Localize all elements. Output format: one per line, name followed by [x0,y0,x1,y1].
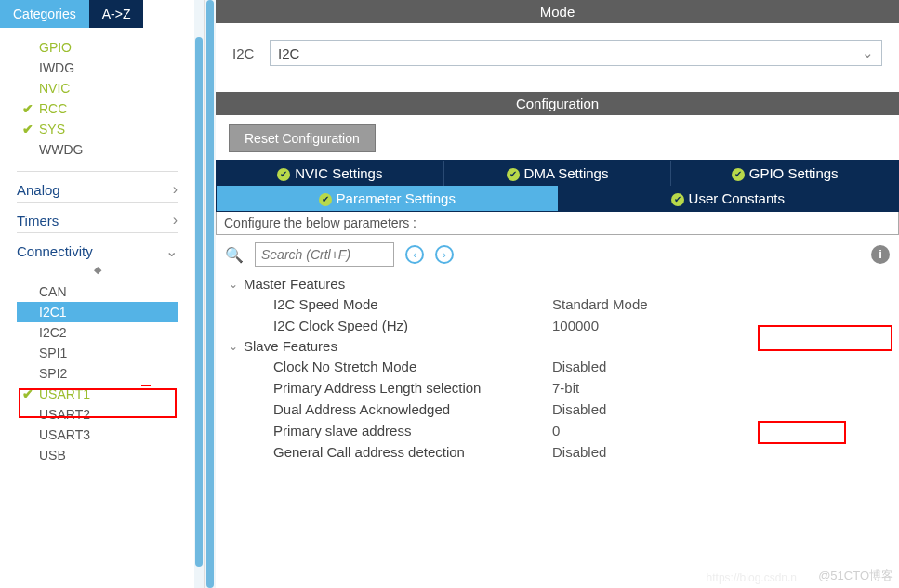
param-row[interactable]: Dual Address AcknowledgedDisabled [229,399,886,420]
sort-icon[interactable]: ◆ [0,262,194,278]
tab-dma-settings[interactable]: ✔DMA Settings [444,161,672,186]
main-scrollbar[interactable] [205,0,216,588]
tab-a-to-z[interactable]: A->Z [89,0,144,28]
sidebar-item-usart3[interactable]: USART3 [17,425,178,445]
mode-select-value: I2C [278,46,299,61]
sidebar-item-spi2[interactable]: SPI2 [17,363,178,384]
annotation-mark [141,385,151,386]
caret-down-icon: ⌄ [229,340,238,353]
sidebar-item-usb[interactable]: USB [17,445,178,465]
param-name: General Call address detection [273,444,552,460]
group-timers[interactable]: Timers › [0,203,194,230]
main-panel: Mode I2C I2C ⌄ Configuration Reset Confi… [205,0,899,588]
check-icon: ✔ [732,168,745,181]
sidebar-item-usart1[interactable]: ✔USART1 [17,384,178,404]
check-icon: ✔ [22,101,33,116]
param-row[interactable]: I2C Speed ModeStandard Mode [229,294,886,315]
param-name: Primary Address Length selection [273,380,552,396]
mode-select[interactable]: I2C ⌄ [270,40,882,66]
watermark: https://blog.csdn.n [707,571,797,584]
chevron-down-icon: ⌄ [862,45,874,61]
group-connectivity[interactable]: Connectivity ⌄ [0,233,194,262]
group-master-features[interactable]: ⌄Master Features [229,274,886,294]
sidebar-item-usart2[interactable]: USART2 [17,404,178,425]
connectivity-list: CANI2C1I2C2SPI1SPI2✔USART1USART2USART3US… [17,281,178,465]
group-label: Timers [17,213,59,229]
configuration-header: Configuration [216,92,899,115]
tab-parameter-settings[interactable]: ✔Parameter Settings [217,186,558,211]
configure-hint: Configure the below parameters : [216,212,899,235]
param-row[interactable]: Clock No Stretch ModeDisabled [229,356,886,377]
param-name: I2C Speed Mode [273,296,552,312]
param-toolbar: 🔍 ‹ › i [216,235,899,274]
group-label: Connectivity [17,243,93,259]
sidebar-item-i2c2[interactable]: I2C2 [17,322,178,343]
sidebar-item-i2c1[interactable]: I2C1 [17,302,178,322]
sidebar-item-wwdg[interactable]: WWDG [0,139,194,160]
search-input[interactable] [255,242,394,267]
chevron-right-icon: › [173,212,178,229]
search-icon: 🔍 [225,246,244,264]
check-icon: ✔ [277,168,290,181]
sidebar-item-spi1[interactable]: SPI1 [17,343,178,363]
group-slave-features[interactable]: ⌄Slave Features [229,336,886,356]
system-core-list: GPIOIWDGNVIC✔RCC✔SYSWWDG [0,28,194,160]
param-row[interactable]: General Call address detectionDisabled [229,441,886,463]
sidebar-item-gpio[interactable]: GPIO [0,37,194,58]
sidebar-item-sys[interactable]: ✔SYS [0,119,194,139]
param-name: Clock No Stretch Mode [273,359,552,374]
watermark: @51CTO博客 [818,568,893,584]
sidebar-item-rcc[interactable]: ✔RCC [0,98,194,119]
tab-categories[interactable]: Categories [0,0,89,28]
sidebar-item-can[interactable]: CAN [17,281,178,302]
group-analog[interactable]: Analog › [0,172,194,200]
param-value: 0 [552,423,560,438]
param-name: Dual Address Acknowledged [273,401,552,417]
param-value: 7-bit [552,380,579,396]
check-icon: ✔ [671,193,684,206]
caret-down-icon: ⌄ [229,278,238,291]
param-row[interactable]: Primary slave address0 [229,420,886,441]
param-name: Primary slave address [273,423,552,438]
config-tabs: ✔NVIC Settings ✔DMA Settings ✔GPIO Setti… [216,160,899,212]
info-icon[interactable]: i [871,245,890,264]
chevron-right-icon: › [173,181,178,198]
sidebar-item-iwdg[interactable]: IWDG [0,58,194,78]
param-value: Standard Mode [552,296,648,312]
parameter-list: ⌄Master Features I2C Speed ModeStandard … [216,274,899,472]
param-value: 100000 [552,318,599,333]
reset-configuration-button[interactable]: Reset Configuration [229,124,376,152]
param-row[interactable]: Primary Address Length selection7-bit [229,377,886,399]
group-label: Analog [17,182,60,198]
check-icon: ✔ [319,193,332,206]
sidebar-item-nvic[interactable]: NVIC [0,78,194,98]
mode-field-label: I2C [232,46,270,61]
tab-gpio-settings[interactable]: ✔GPIO Settings [671,161,898,186]
param-value: Disabled [552,401,606,417]
check-icon: ✔ [22,122,33,137]
next-button[interactable]: › [435,245,454,264]
param-value: Disabled [552,359,606,374]
prev-button[interactable]: ‹ [405,245,424,264]
sidebar: Categories A->Z GPIOIWDGNVIC✔RCC✔SYSWWDG… [0,0,205,588]
tab-nvic-settings[interactable]: ✔NVIC Settings [217,161,444,186]
check-icon: ✔ [507,168,520,181]
sidebar-tabs: Categories A->Z [0,0,194,28]
param-name: I2C Clock Speed (Hz) [273,318,552,333]
sidebar-scrollbar[interactable] [194,0,204,588]
param-row[interactable]: I2C Clock Speed (Hz)100000 [229,315,886,336]
mode-header: Mode [216,0,899,23]
chevron-down-icon: ⌄ [165,242,178,260]
check-icon: ✔ [22,386,33,401]
param-value: Disabled [552,444,606,460]
tab-user-constants[interactable]: ✔User Constants [558,186,899,211]
